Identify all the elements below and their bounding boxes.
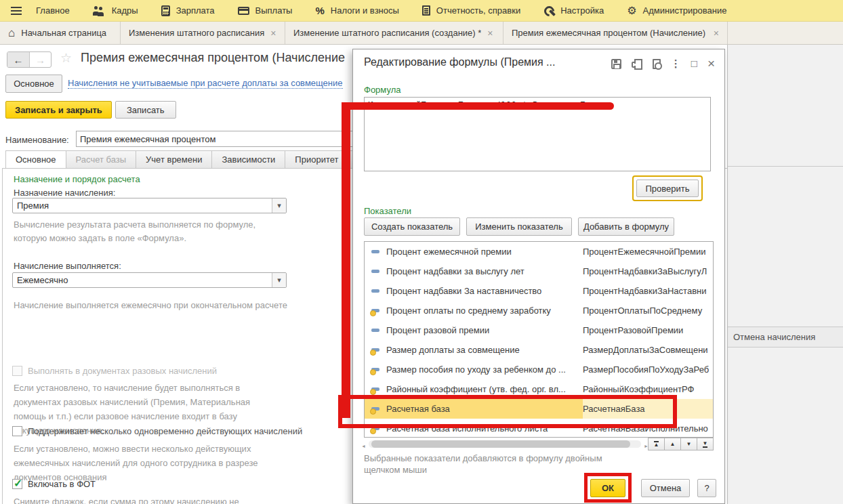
indicator-id: РайонныйКоэффициентРФ	[583, 384, 695, 394]
checkbox-label: Включать в ФОТ	[28, 479, 96, 489]
chevron-down-icon[interactable]	[272, 273, 286, 287]
edit-indicator-button[interactable]: Изменить показатель	[466, 217, 572, 236]
menu-label: Настройка	[560, 5, 604, 16]
right-panel: Отмена начисления	[727, 45, 843, 504]
checkbox-checked-icon[interactable]	[12, 479, 22, 489]
menu-item-main[interactable]: Главное	[24, 0, 81, 22]
check-formula-button[interactable]: Проверить	[636, 180, 699, 197]
indicator-dot-icon	[371, 309, 379, 312]
list-item[interactable]: Процент разовой премии ПроцентРазовойПре…	[365, 320, 713, 340]
checkbox-icon[interactable]	[12, 426, 22, 436]
period-combobox[interactable]: Ежемесячно	[12, 272, 287, 288]
form-tab-time[interactable]: Учет времени	[136, 150, 212, 169]
scrollbar-thumb[interactable]	[371, 440, 630, 448]
indicator-id-cell: ПроцентЕжемесячнойПремии	[583, 242, 713, 261]
page-title: Премия ежемесячная процентом (Начисление	[81, 51, 352, 65]
indicator-id-cell: ПроцентРазовойПремии	[583, 320, 713, 340]
menu-label: Главное	[36, 5, 70, 16]
indicator-id-cell: РазмерПособияПоУходуЗаРеб	[583, 360, 713, 379]
checkbox-icon[interactable]	[12, 366, 22, 376]
report-icon	[422, 5, 430, 16]
list-item-selected[interactable]: Расчетная база РасчетнаяБаза	[365, 399, 713, 419]
hamburger-menu-icon[interactable]	[11, 7, 22, 8]
print-icon[interactable]	[632, 62, 642, 68]
tab-accrual-premium[interactable]: Премия ежемесячная процентом (Начисление…	[503, 22, 728, 44]
move-bottom-button[interactable]	[697, 438, 714, 450]
close-icon[interactable]	[270, 28, 276, 39]
indicator-name: Размер доплаты за совмещение	[386, 345, 520, 355]
indicator-name-cell: Размер доплаты за совмещение	[365, 340, 583, 360]
favorite-star-icon[interactable]	[60, 50, 72, 66]
help-button[interactable]: ?	[697, 479, 716, 497]
menu-item-reports[interactable]: Отчетность, справки	[411, 0, 532, 22]
main-section-button[interactable]: Основное	[5, 75, 62, 93]
more-menu-icon[interactable]	[671, 58, 681, 70]
indicator-dot-icon	[371, 348, 379, 352]
move-top-button[interactable]	[648, 438, 665, 450]
create-indicator-button[interactable]: Создать показатель	[364, 217, 460, 236]
indicator-id: РасчетнаяБаза	[583, 404, 645, 414]
period-value: Ежемесячно	[17, 275, 68, 285]
forward-button[interactable]	[30, 52, 51, 67]
menu-item-hr[interactable]: Кадры	[81, 0, 150, 22]
close-icon[interactable]	[714, 28, 719, 39]
cancel-button[interactable]: Отмена	[641, 479, 690, 497]
tab-staff-change-new[interactable]: Изменение штатного расписания (создание)…	[285, 22, 503, 44]
save-and-close-button[interactable]: Записать и закрыть	[5, 101, 112, 119]
scroll-left-icon[interactable]	[361, 438, 366, 450]
menu-item-salary[interactable]: Зарплата	[150, 0, 226, 22]
maximize-icon[interactable]	[691, 58, 697, 70]
form-tab-main[interactable]: Основное	[5, 150, 66, 169]
menu-item-payments[interactable]: Выплаты	[226, 0, 304, 22]
back-button[interactable]	[7, 52, 30, 67]
checkbox-run-in-single-docs[interactable]: Выполнять в документах разовых начислени…	[12, 366, 217, 376]
hint-line: которую можно задать в поле «Формула».	[14, 232, 255, 245]
menu-item-taxes[interactable]: Налоги и взносы	[304, 0, 410, 22]
list-item[interactable]: Расчетная база исполнительного листа Рас…	[365, 419, 713, 438]
horizontal-scrollbar[interactable]	[361, 439, 649, 449]
scrollbar-track[interactable]	[369, 440, 641, 448]
tab-staff-changes-list[interactable]: Изменения штатного расписания	[121, 22, 285, 44]
close-icon[interactable]	[707, 56, 715, 71]
close-icon[interactable]	[487, 28, 493, 39]
checkbox-multiple-accruals[interactable]: Поддерживает несколько одновременно дейс…	[12, 426, 302, 436]
hint-line: Если установлено, можно ввести несколько…	[14, 442, 258, 456]
tab-home[interactable]: Начальная страница	[0, 22, 121, 44]
save-button[interactable]: Записать	[115, 101, 176, 119]
form-tab-priority[interactable]: Приоритет	[285, 150, 348, 169]
indicator-dot-icon	[371, 387, 379, 391]
menu-item-administration[interactable]: Администрирование	[615, 0, 738, 22]
wrench-icon	[543, 5, 554, 16]
indicators-label: Показатели	[364, 206, 411, 216]
ok-button[interactable]: ОК	[590, 479, 625, 497]
list-item[interactable]: Районный коэффициент (утв. фед. орг. вл.…	[365, 379, 713, 399]
form-tab-base[interactable]: Расчет базы	[66, 150, 137, 169]
save-icon[interactable]	[611, 59, 621, 69]
indicator-icon	[371, 250, 379, 253]
purpose-combobox[interactable]: Премия	[12, 198, 287, 213]
list-item[interactable]: Процент надбавки за выслугу лет ПроцентН…	[365, 261, 713, 281]
related-accruals-link[interactable]: Начисления не учитываемые при расчете до…	[68, 78, 343, 89]
move-up-button[interactable]	[664, 438, 681, 450]
checkbox-include-in-fot[interactable]: Включать в ФОТ	[12, 479, 96, 489]
name-input[interactable]	[76, 131, 356, 147]
add-to-formula-button[interactable]: Добавить в формулу	[578, 217, 674, 236]
list-item[interactable]: Размер доплаты за совмещение РазмерДопла…	[365, 340, 713, 360]
formula-edit-dialog: Редактирование формулы (Премия ... Форму…	[352, 49, 725, 504]
list-item[interactable]: Размер пособия по уходу за ребенком до .…	[365, 360, 713, 379]
list-item[interactable]: Процент оплаты по среднему заработку Про…	[365, 301, 713, 320]
menu-label: Администрирование	[643, 5, 727, 16]
indicator-name-cell: Процент оплаты по среднему заработку	[365, 301, 583, 320]
indicator-dot-icon	[371, 427, 379, 430]
gear-icon	[627, 4, 636, 17]
cancel-accrual-group-header[interactable]: Отмена начисления	[728, 327, 843, 348]
form-tab-dependencies[interactable]: Зависимости	[212, 150, 285, 169]
chevron-down-icon[interactable]	[272, 198, 286, 213]
indicators-list: Процент ежемесячной премии ПроцентЕжемес…	[364, 241, 714, 438]
menu-item-settings[interactable]: Настройка	[532, 0, 615, 22]
preview-icon[interactable]	[653, 59, 661, 69]
list-item[interactable]: Процент надбавки За наставничество Проце…	[365, 281, 713, 301]
move-down-button[interactable]	[680, 438, 697, 450]
list-item[interactable]: Процент ежемесячной премии ПроцентЕжемес…	[365, 242, 713, 261]
annotation-line-horizontal	[342, 102, 614, 110]
